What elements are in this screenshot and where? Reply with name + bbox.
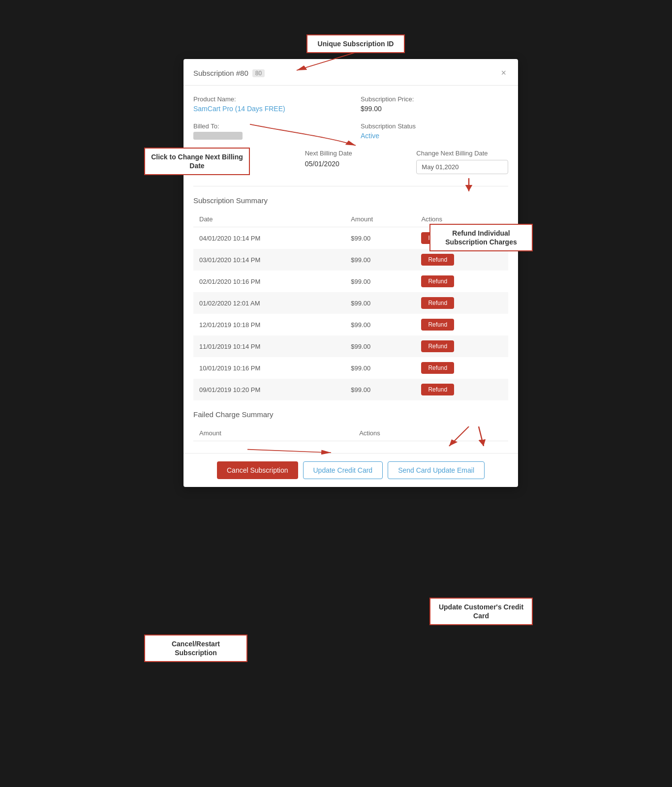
divider-1 [193, 186, 508, 186]
product-price-row: Product Name: SamCart Pro (14 Days FREE)… [193, 95, 508, 113]
tx-amount: $99.00 [345, 271, 415, 292]
start-date-col: Start Date 08/18/2019 [193, 150, 285, 168]
refund-button[interactable]: Refund [421, 275, 454, 287]
status-col: Subscription Status Active [361, 122, 508, 140]
send-card-update-email-button[interactable]: Send Card Update Email [388, 461, 485, 479]
tx-actions: Refund [415, 379, 508, 400]
tx-date: 10/01/2019 10:16 PM [193, 357, 345, 379]
product-value[interactable]: SamCart Pro (14 Days FREE) [193, 105, 341, 113]
tx-amount: $99.00 [345, 335, 415, 357]
table-row: 11/01/2019 10:14 PM $99.00 Refund [193, 335, 508, 357]
refund-button[interactable]: Refund [421, 297, 454, 309]
table-row: 09/01/2019 10:20 PM $99.00 Refund [193, 379, 508, 400]
refund-button[interactable]: Refund [421, 232, 454, 244]
tx-date: 12/01/2019 10:18 PM [193, 314, 345, 335]
modal-header: Subscription #80 80 × [183, 59, 518, 86]
billed-to-value [193, 132, 243, 140]
subscription-summary-title: Subscription Summary [193, 196, 508, 205]
table-row: 10/01/2019 10:16 PM $99.00 Refund [193, 357, 508, 379]
annotation-cancel-restart: Cancel/Restart Subscription [144, 635, 247, 662]
tx-actions: Refund [415, 249, 508, 271]
annotation-update-cc: Update Customer's Credit Card [429, 598, 533, 625]
price-value: $99.00 [361, 105, 508, 113]
tx-amount: $99.00 [345, 379, 415, 400]
refund-button[interactable]: Refund [421, 319, 454, 331]
tx-actions: Refund [415, 227, 508, 249]
modal-footer: Cancel Subscription Update Credit Card S… [183, 453, 518, 487]
subscription-id-badge: 80 [252, 69, 265, 77]
cancel-subscription-button[interactable]: Cancel Subscription [217, 461, 298, 479]
billed-to-col: Billed To: [193, 122, 341, 140]
product-col: Product Name: SamCart Pro (14 Days FREE) [193, 95, 341, 113]
price-col: Subscription Price: $99.00 [361, 95, 508, 113]
failed-charge-section: Failed Charge Summary Amount Actions [193, 410, 508, 441]
tx-actions: Refund [415, 335, 508, 357]
status-value: Active [361, 132, 508, 140]
tx-actions: Refund [415, 314, 508, 335]
tx-date: 02/01/2020 10:16 PM [193, 271, 345, 292]
tx-date: 09/01/2019 10:20 PM [193, 379, 345, 400]
tx-date: 03/01/2020 10:14 PM [193, 249, 345, 271]
change-billing-input[interactable]: May 01,2020 [416, 160, 508, 174]
refund-button[interactable]: Refund [421, 254, 454, 266]
billed-status-row: Billed To: Subscription Status Active [193, 122, 508, 140]
refund-button[interactable]: Refund [421, 362, 454, 374]
col-header-amount: Amount [345, 212, 415, 227]
update-credit-card-button[interactable]: Update Credit Card [303, 461, 383, 479]
subscription-summary-table: Date Amount Actions 04/01/2020 10:14 PM … [193, 212, 508, 400]
refund-button[interactable]: Refund [421, 340, 454, 352]
tx-amount: $99.00 [345, 357, 415, 379]
table-row: 12/01/2019 10:18 PM $99.00 Refund [193, 314, 508, 335]
tx-actions: Refund [415, 357, 508, 379]
refund-button[interactable]: Refund [421, 384, 454, 395]
status-label: Subscription Status [361, 122, 508, 130]
tx-date: 01/02/2020 12:01 AM [193, 292, 345, 314]
failed-header-row: Amount Actions [193, 425, 508, 441]
change-billing-label: Change Next Billing Date [416, 150, 508, 157]
tx-amount: $99.00 [345, 227, 415, 249]
failed-col-actions: Actions [353, 425, 508, 441]
table-row: 01/02/2020 12:01 AM $99.00 Refund [193, 292, 508, 314]
dates-row: Start Date 08/18/2019 Next Billing Date … [193, 150, 508, 174]
subscription-modal: Subscription #80 80 × Product Name: SamC… [183, 59, 518, 487]
change-billing-col: Change Next Billing Date May 01,2020 [416, 150, 508, 174]
failed-charge-title: Failed Charge Summary [193, 410, 508, 419]
tx-date: 11/01/2019 10:14 PM [193, 335, 345, 357]
billed-to-label: Billed To: [193, 122, 341, 130]
subscription-title: Subscription #80 [193, 69, 248, 77]
modal-title: Subscription #80 80 [193, 69, 265, 77]
annotation-unique-id: Unique Subscription ID [306, 34, 405, 53]
failed-table-head: Amount Actions [193, 425, 508, 441]
price-label: Subscription Price: [361, 95, 508, 103]
page-wrapper: Unique Subscription ID Click to Change N… [144, 30, 528, 487]
col-header-date: Date [193, 212, 345, 227]
tx-actions: Refund [415, 271, 508, 292]
start-date-value: 08/18/2019 [193, 160, 285, 168]
tx-amount: $99.00 [345, 249, 415, 271]
tx-date: 04/01/2020 10:14 PM [193, 227, 345, 249]
modal-close-button[interactable]: × [499, 68, 508, 78]
tx-actions: Refund [415, 292, 508, 314]
start-date-label: Start Date [193, 150, 285, 157]
col-header-actions: Actions [415, 212, 508, 227]
table-row: 02/01/2020 10:16 PM $99.00 Refund [193, 271, 508, 292]
failed-col-amount: Amount [193, 425, 353, 441]
next-billing-col: Next Billing Date 05/01/2020 [305, 150, 397, 168]
summary-header-row: Date Amount Actions [193, 212, 508, 227]
product-label: Product Name: [193, 95, 341, 103]
tx-amount: $99.00 [345, 314, 415, 335]
tx-amount: $99.00 [345, 292, 415, 314]
table-row: 03/01/2020 10:14 PM $99.00 Refund [193, 249, 508, 271]
transactions-body: 04/01/2020 10:14 PM $99.00 Refund 03/01/… [193, 227, 508, 401]
modal-body: Product Name: SamCart Pro (14 Days FREE)… [183, 86, 518, 453]
failed-charge-table: Amount Actions [193, 425, 508, 441]
next-billing-value: 05/01/2020 [305, 160, 397, 168]
table-row: 04/01/2020 10:14 PM $99.00 Refund [193, 227, 508, 249]
summary-table-head: Date Amount Actions [193, 212, 508, 227]
next-billing-label: Next Billing Date [305, 150, 397, 157]
